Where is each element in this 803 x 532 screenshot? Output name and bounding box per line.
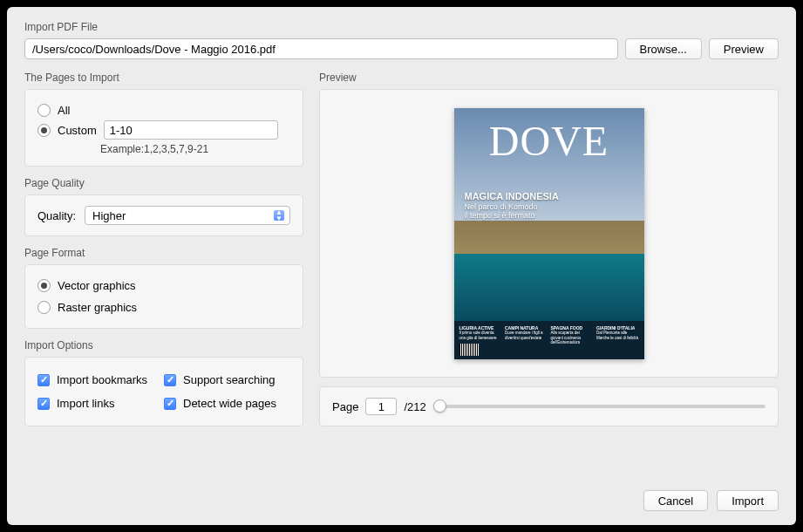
opt-bookmarks-label: Import bookmarks — [57, 373, 147, 386]
opt-search-checkbox[interactable] — [164, 374, 176, 386]
format-vector-row[interactable]: Vector graphics — [37, 279, 290, 292]
pages-section-title: The Pages to Import — [24, 72, 303, 84]
opt-bookmarks-checkbox[interactable] — [37, 374, 50, 386]
opt-search-label: Support searching — [183, 373, 276, 386]
file-path-input[interactable] — [24, 38, 618, 59]
page-control: Page /212 — [319, 386, 779, 426]
page-slider-thumb[interactable] — [433, 399, 446, 413]
preview-area: DOVE MAGICA INDONESIA Nel parco di Komod… — [319, 89, 779, 378]
opt-links-row[interactable]: Import links — [37, 397, 164, 410]
cover-headline: MAGICA INDONESIA — [465, 191, 559, 201]
quality-label: Quality: — [37, 209, 76, 222]
pages-example-text: Example:1,2,3,5,7,9-21 — [100, 143, 290, 155]
pages-all-radio[interactable] — [37, 104, 51, 117]
page-slider[interactable] — [433, 405, 766, 408]
preview-button[interactable]: Preview — [709, 38, 779, 59]
browse-button[interactable]: Browse... — [625, 38, 702, 59]
quality-select[interactable]: Higher ▲▼ — [85, 206, 290, 225]
select-arrows-icon: ▲▼ — [276, 209, 282, 222]
format-raster-radio[interactable] — [37, 301, 51, 314]
import-pdf-dialog: Import PDF File Browse... Preview The Pa… — [7, 7, 796, 525]
pages-custom-radio-row[interactable]: Custom — [37, 120, 290, 140]
opt-wide-label: Detect wide pages — [183, 397, 276, 410]
pages-all-radio-row[interactable]: All — [37, 104, 290, 117]
opt-links-checkbox[interactable] — [37, 398, 50, 410]
format-vector-label: Vector graphics — [58, 279, 136, 292]
import-button[interactable]: Import — [717, 490, 779, 511]
opt-wide-checkbox[interactable] — [164, 398, 176, 410]
options-section-title: Import Options — [24, 339, 303, 351]
format-vector-radio[interactable] — [37, 279, 51, 292]
format-raster-label: Raster graphics — [58, 301, 137, 314]
opt-search-row[interactable]: Support searching — [164, 373, 290, 386]
pages-custom-radio[interactable] — [37, 124, 51, 137]
pages-custom-input[interactable] — [104, 120, 278, 140]
pages-group: All Custom Example:1,2,3,5,7,9-21 — [24, 89, 303, 167]
quality-section-title: Page Quality — [24, 177, 303, 189]
pages-custom-label: Custom — [58, 124, 97, 137]
preview-cover: DOVE MAGICA INDONESIA Nel parco di Komod… — [454, 108, 644, 359]
opt-links-label: Import links — [57, 397, 114, 410]
format-section-title: Page Format — [24, 247, 303, 259]
page-number-input[interactable] — [365, 398, 397, 415]
format-group: Vector graphics Raster graphics — [24, 264, 303, 329]
cover-subhead: Nel parco di Komodoil tempo si è fermato — [465, 202, 538, 222]
format-raster-row[interactable]: Raster graphics — [37, 301, 290, 314]
opt-wide-row[interactable]: Detect wide pages — [164, 397, 290, 410]
preview-section-title: Preview — [319, 72, 779, 84]
barcode-icon — [459, 344, 479, 356]
quality-group: Quality: Higher ▲▼ — [24, 194, 303, 236]
cancel-button[interactable]: Cancel — [643, 490, 708, 511]
cover-footer: LIGURIA ACTIVEIl primo sole diventa una … — [454, 321, 644, 358]
cover-title: DOVE — [454, 117, 644, 165]
pages-all-label: All — [58, 104, 70, 117]
dialog-title: Import PDF File — [24, 21, 779, 33]
quality-value: Higher — [92, 209, 126, 222]
options-group: Import bookmarks Support searching Impor… — [24, 357, 303, 426]
page-total: /212 — [404, 400, 425, 413]
page-label: Page — [332, 400, 358, 413]
opt-bookmarks-row[interactable]: Import bookmarks — [37, 373, 164, 386]
